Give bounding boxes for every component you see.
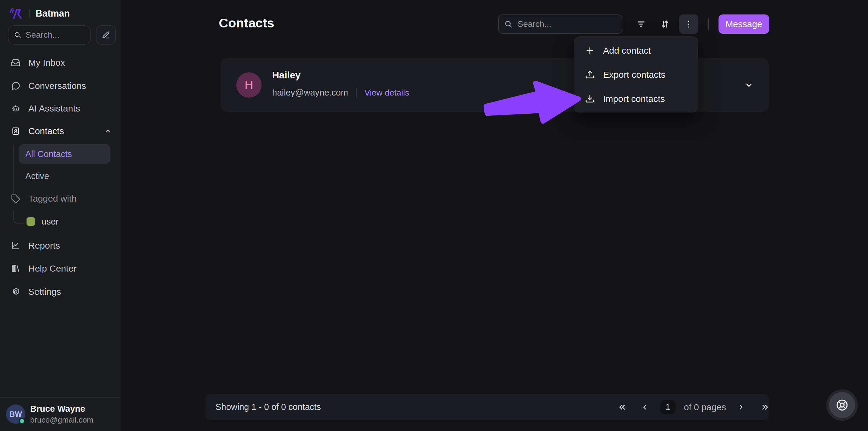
- workspace-brand: Batman: [9, 7, 70, 21]
- kebab-menu-icon: [684, 19, 694, 29]
- app-logo-icon: [9, 7, 23, 21]
- sidebar-item-label: Conversations: [28, 81, 86, 91]
- tag-label: user: [41, 217, 59, 227]
- filter-button[interactable]: [631, 14, 651, 34]
- menu-item-label: Export contacts: [603, 70, 665, 80]
- contact-card-icon: [11, 126, 21, 136]
- plus-icon: [585, 46, 595, 56]
- current-page-value: 1: [665, 402, 670, 412]
- chevron-down-icon: [744, 80, 754, 90]
- menu-item-label: Add contact: [603, 45, 651, 56]
- sidebar-item-label: Active: [25, 171, 49, 181]
- contact-meta: hailey@wayne.com View details: [272, 88, 409, 98]
- robot-icon: [11, 104, 21, 113]
- avatar: H: [236, 72, 261, 98]
- contacts-collapse-toggle[interactable]: [102, 121, 114, 141]
- tag-icon: [11, 194, 21, 204]
- library-books-icon: [11, 264, 21, 273]
- sidebar-user-section[interactable]: BW Bruce Wayne bruce@gmail.com: [0, 397, 121, 431]
- app-screen: Batman My Inbox Conversations: [0, 0, 868, 431]
- tag-color-swatch: [27, 217, 35, 226]
- sort-button[interactable]: [655, 14, 675, 34]
- search-icon: [504, 19, 513, 29]
- pagination-bar: Showing 1 - 0 of 0 contacts 1 of 0 pages: [205, 394, 769, 420]
- menu-item-add-contact[interactable]: Add contact: [574, 38, 698, 63]
- sidebar-item-active[interactable]: Active: [25, 166, 49, 186]
- contact-name: Hailey: [272, 70, 301, 81]
- sidebar-item-label: Contacts: [28, 126, 64, 136]
- view-details-link[interactable]: View details: [364, 88, 409, 98]
- sidebar-search-input[interactable]: [26, 30, 85, 40]
- avatar-initials: BW: [9, 410, 22, 419]
- page-title: Contacts: [219, 16, 274, 30]
- meta-divider: [356, 88, 356, 98]
- chat-bubble-icon: [11, 81, 21, 91]
- sidebar-item-label: Settings: [28, 287, 61, 297]
- contacts-tree-line: [13, 145, 14, 195]
- current-page-field[interactable]: 1: [660, 400, 675, 414]
- menu-item-export-contacts[interactable]: Export contacts: [574, 63, 698, 87]
- sidebar: Batman My Inbox Conversations: [0, 0, 121, 431]
- help-button[interactable]: [827, 390, 858, 421]
- chevrons-right-icon: [761, 402, 770, 412]
- chevron-right-icon: [737, 403, 746, 412]
- upload-icon: [585, 70, 595, 80]
- contacts-options-menu: Add contact Export contacts Import conta…: [574, 36, 698, 113]
- inbox-icon: [11, 58, 21, 67]
- workspace-name: Batman: [36, 8, 70, 19]
- last-page-button[interactable]: [756, 394, 774, 420]
- life-buoy-icon: [835, 398, 849, 412]
- chevrons-left-icon: [617, 402, 627, 412]
- search-icon: [14, 30, 22, 39]
- brand-divider: [29, 9, 30, 18]
- contact-email: hailey@wayne.com: [272, 88, 348, 98]
- next-page-button[interactable]: [732, 394, 750, 420]
- menu-item-import-contacts[interactable]: Import contacts: [574, 87, 698, 111]
- user-email: bruce@gmail.com: [30, 415, 93, 425]
- sidebar-item-tagged-with[interactable]: Tagged with: [11, 189, 76, 208]
- sidebar-item-my-inbox[interactable]: My Inbox: [11, 53, 65, 72]
- sidebar-item-settings[interactable]: Settings: [11, 282, 61, 301]
- first-page-button[interactable]: [613, 394, 631, 420]
- sidebar-item-label: Help Center: [28, 264, 76, 274]
- contacts-search-input[interactable]: [518, 19, 616, 29]
- sidebar-item-label: AI Assistants: [28, 103, 80, 114]
- line-chart-icon: [11, 241, 21, 250]
- sidebar-search[interactable]: [8, 25, 91, 44]
- settings-icon: [11, 287, 21, 297]
- pencil-icon: [101, 30, 110, 39]
- sidebar-item-label: My Inbox: [28, 58, 65, 68]
- sidebar-item-label: Reports: [28, 241, 60, 251]
- sidebar-item-label: Tagged with: [28, 193, 76, 204]
- header-divider: [708, 18, 709, 31]
- more-options-button[interactable]: [679, 14, 698, 34]
- chevron-up-icon: [104, 127, 112, 135]
- pointer-arrow-annotation: [480, 73, 588, 130]
- sidebar-item-reports[interactable]: Reports: [11, 236, 60, 255]
- sidebar-item-all-contacts[interactable]: All Contacts: [19, 144, 110, 164]
- avatar-initial: H: [245, 79, 253, 92]
- results-summary: Showing 1 - 0 of 0 contacts: [216, 394, 321, 420]
- chevron-left-icon: [640, 403, 649, 412]
- page-count-label: of 0 pages: [684, 394, 726, 420]
- sidebar-item-tag-user[interactable]: user: [27, 212, 59, 231]
- sidebar-item-conversations[interactable]: Conversations: [11, 76, 86, 96]
- sidebar-item-contacts[interactable]: Contacts: [11, 121, 64, 141]
- user-name: Bruce Wayne: [30, 404, 85, 414]
- contacts-search[interactable]: [498, 14, 622, 34]
- online-status-dot: [19, 418, 25, 424]
- filter-icon: [636, 19, 646, 29]
- menu-item-label: Import contacts: [603, 94, 665, 104]
- compose-button[interactable]: [96, 25, 116, 44]
- message-button[interactable]: Message: [718, 14, 769, 34]
- expand-contact-button[interactable]: [743, 79, 755, 91]
- previous-page-button[interactable]: [636, 394, 654, 420]
- sidebar-item-help-center[interactable]: Help Center: [11, 259, 76, 278]
- sidebar-item-label: All Contacts: [25, 149, 72, 159]
- tag-tree-branch: [13, 210, 24, 224]
- sidebar-item-ai-assistants[interactable]: AI Assistants: [11, 99, 80, 118]
- sort-arrows-icon: [660, 19, 670, 29]
